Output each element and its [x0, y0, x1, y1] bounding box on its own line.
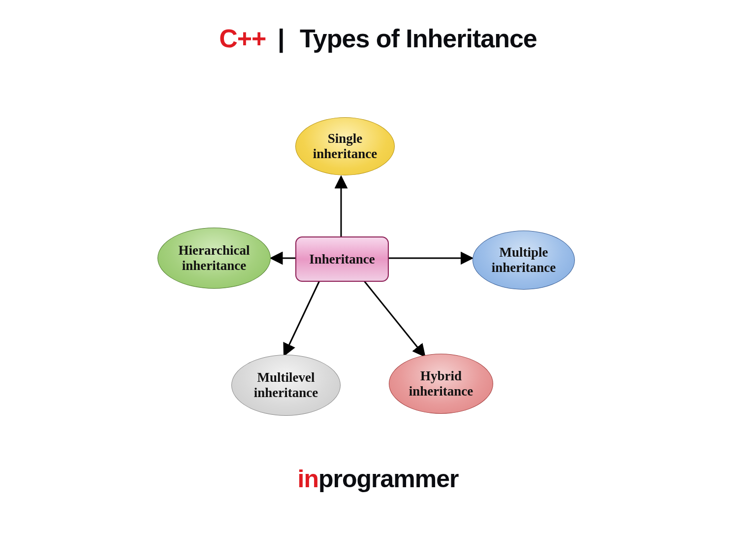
footer-text: programmer [318, 465, 459, 493]
node-label: Hierarchical inheritance [179, 243, 250, 273]
node-multilevel: Multilevel inheritance [231, 355, 341, 416]
footer-prefix: in [298, 465, 318, 493]
node-label: Multiple inheritance [492, 245, 556, 275]
title-prefix: C++ [219, 24, 266, 53]
node-multiple: Multiple inheritance [472, 231, 575, 290]
node-hybrid: Hybrid inheritance [389, 354, 493, 414]
node-hierarchical: Hierarchical inheritance [158, 228, 271, 289]
node-label: Multilevel inheritance [254, 370, 318, 401]
title-separator: | [278, 24, 284, 53]
node-label: Hybrid inheritance [409, 368, 473, 399]
arrow-center-bl [284, 280, 320, 355]
center-node-label: Inheritance [309, 252, 375, 267]
center-node-inheritance: Inheritance [295, 236, 389, 282]
node-single: Single inheritance [295, 117, 395, 175]
arrow-center-br [363, 280, 424, 356]
page-title: C++ | Types of Inheritance [0, 24, 756, 53]
footer-brand: inprogrammer [0, 465, 756, 493]
node-label: Single inheritance [313, 131, 377, 162]
title-text: Types of Inheritance [300, 24, 537, 53]
diagram-stage: C++ | Types of Inheritance Inheritance S… [0, 0, 756, 535]
